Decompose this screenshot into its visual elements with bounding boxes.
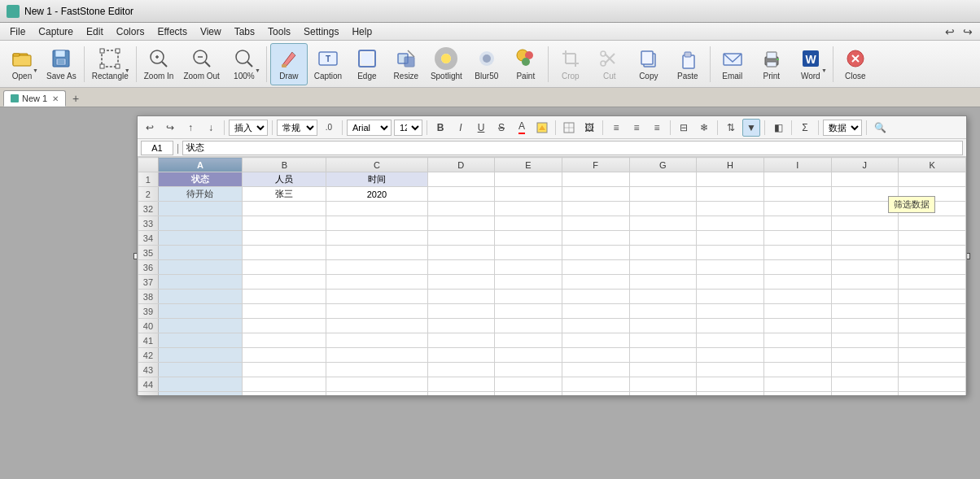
col-header-i[interactable]: I (763, 158, 831, 172)
cell-b32[interactable] (243, 202, 326, 216)
cell-f2[interactable] (562, 187, 629, 202)
cell-a1[interactable]: 状态 (158, 172, 242, 187)
cell-f32[interactable] (562, 202, 629, 216)
cell-d2[interactable] (427, 187, 495, 202)
formula-input[interactable] (182, 141, 963, 155)
paste-button[interactable]: Paste (669, 43, 707, 85)
ss-borders[interactable] (560, 119, 578, 137)
cell-k32[interactable] (899, 202, 966, 216)
ss-font-color[interactable]: A (513, 119, 531, 137)
copy-button[interactable]: Copy (630, 43, 667, 85)
cell-c32[interactable] (326, 202, 427, 216)
menu-settings[interactable]: Settings (297, 24, 345, 39)
menu-effects[interactable]: Effects (151, 24, 193, 39)
ss-freeze[interactable]: ❄ (695, 119, 713, 137)
cell-a2[interactable]: 待开始 (158, 187, 242, 202)
cell-e32[interactable] (495, 202, 562, 216)
cell-b1[interactable]: 人员 (243, 172, 326, 187)
ss-sort-desc[interactable]: ↓ (202, 119, 220, 137)
col-header-e[interactable]: E (495, 158, 562, 172)
col-header-h[interactable]: H (697, 158, 764, 172)
menu-capture[interactable]: Capture (32, 24, 80, 39)
menu-help[interactable]: Help (345, 24, 378, 39)
cell-j2[interactable] (831, 187, 899, 202)
menu-view[interactable]: View (194, 24, 228, 39)
menu-tabs[interactable]: Tabs (228, 24, 261, 39)
ss-align-left[interactable]: ≡ (607, 119, 625, 137)
cell-a32[interactable] (158, 202, 242, 216)
email-button[interactable]: Email (714, 43, 751, 85)
ss-sort[interactable]: ⇅ (722, 119, 740, 137)
cell-g2[interactable] (629, 187, 697, 202)
ss-functions[interactable]: Σ (796, 119, 814, 137)
cell-b2[interactable]: 张三 (243, 187, 326, 202)
ss-sort-asc[interactable]: ↑ (182, 119, 199, 137)
col-header-j[interactable]: J (831, 158, 899, 172)
ss-font-select[interactable]: Arial (347, 120, 392, 136)
cell-d32[interactable] (427, 202, 495, 216)
ss-conditional[interactable]: ◧ (769, 119, 787, 137)
save-as-button[interactable]: Save As (42, 43, 81, 85)
cell-h32[interactable] (697, 202, 764, 216)
ss-merge[interactable]: ⊟ (675, 119, 693, 137)
menu-tools[interactable]: Tools (261, 24, 297, 39)
cell-e1[interactable] (495, 172, 562, 187)
cell-h1[interactable] (697, 172, 764, 187)
open-button[interactable]: Open ▼ (3, 43, 41, 85)
zoom-in-button[interactable]: Zoom In (140, 43, 178, 85)
cell-d1[interactable] (427, 172, 495, 187)
ss-fill-color[interactable] (533, 119, 551, 137)
col-header-c[interactable]: C (326, 158, 427, 172)
spotlight-button[interactable]: Spotlight (427, 43, 466, 85)
cell-i1[interactable] (763, 172, 831, 187)
ss-images[interactable]: 🖼 (580, 119, 598, 137)
print-button[interactable]: Print (753, 43, 790, 85)
edge-button[interactable]: Edge (348, 43, 386, 85)
ss-fontsize-select[interactable]: 12 (394, 120, 422, 136)
resize-button[interactable]: Resize (387, 43, 425, 85)
menu-colors[interactable]: Colors (110, 24, 151, 39)
ss-filter[interactable]: ▼ (742, 119, 760, 137)
ss-decimal[interactable]: .0 (320, 119, 338, 137)
cell-a33[interactable] (158, 216, 242, 231)
cell-c1[interactable]: 时间 (326, 172, 427, 187)
ss-bold[interactable]: B (431, 119, 449, 137)
cell-i2[interactable] (763, 187, 831, 202)
col-header-a[interactable]: A (158, 158, 242, 172)
cell-c2[interactable]: 2020 (326, 187, 427, 202)
menu-edit[interactable]: Edit (80, 24, 110, 39)
ss-data-select[interactable]: 数据 (823, 120, 862, 136)
cell-g32[interactable] (629, 202, 697, 216)
ss-insert-select[interactable]: 插入 (229, 120, 268, 136)
tab-close-button[interactable]: ✕ (52, 94, 59, 103)
zoom-100-button[interactable]: 100% ▼ (225, 43, 263, 85)
ss-search[interactable]: 🔍 (871, 119, 889, 137)
cell-reference-input[interactable] (141, 141, 173, 155)
ss-align-right[interactable]: ≡ (648, 119, 666, 137)
col-header-d[interactable]: D (427, 158, 495, 172)
col-header-b[interactable]: B (243, 158, 326, 172)
col-header-k[interactable]: K (899, 158, 966, 172)
cell-j32[interactable] (831, 202, 899, 216)
ss-strikethrough[interactable]: S (492, 119, 510, 137)
zoom-out-button[interactable]: Zoom Out (179, 43, 223, 85)
col-header-f[interactable]: F (562, 158, 629, 172)
cell-j1[interactable] (831, 172, 899, 187)
ss-format-select[interactable]: 常规 (277, 120, 317, 136)
blur50-button[interactable]: Blur50 (468, 43, 505, 85)
ss-redo[interactable]: ↪ (161, 119, 179, 137)
undo-button[interactable]: ↩ (941, 23, 959, 41)
ss-undo[interactable]: ↩ (141, 119, 159, 137)
cell-g1[interactable] (629, 172, 697, 187)
ss-italic[interactable]: I (452, 119, 470, 137)
cell-k2[interactable] (899, 187, 966, 202)
cell-k1[interactable] (899, 172, 966, 187)
redo-button[interactable]: ↪ (959, 23, 977, 41)
word-button[interactable]: W Word ▼ (792, 43, 829, 85)
draw-button[interactable]: Draw (270, 43, 308, 85)
rectangle-button[interactable]: Rectangle ▼ (88, 43, 133, 85)
caption-button[interactable]: T Caption (309, 43, 347, 85)
tab-new1[interactable]: New 1 ✕ (3, 90, 66, 107)
ss-underline[interactable]: U (472, 119, 490, 137)
col-header-g[interactable]: G (629, 158, 697, 172)
